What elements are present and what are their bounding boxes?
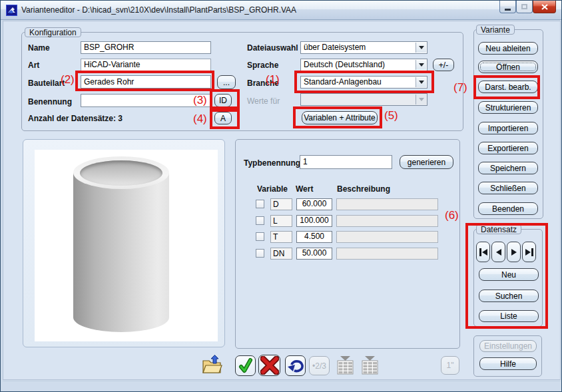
- apply-check-icon: [238, 358, 254, 374]
- inch-label: 1": [447, 361, 454, 370]
- annotation-box-7: [473, 75, 540, 99]
- dateiauswahl-label: Dateiauswahl: [247, 43, 298, 53]
- variable-checkbox[interactable]: [256, 200, 264, 208]
- table-grid-icon: [360, 355, 380, 375]
- hilfe-button[interactable]: Hilfe: [479, 357, 537, 370]
- benennung-label: Benennung: [28, 97, 72, 106]
- bauteilart-browse-button[interactable]: ...: [217, 75, 236, 89]
- variable-wert-field[interactable]: 100.000: [296, 215, 332, 227]
- benennung-field[interactable]: [81, 94, 211, 107]
- variable-wert-field[interactable]: 60.000: [296, 198, 332, 210]
- title-bar: Varianteneditor - D:\hicad_svn\210X\dev\…: [1, 1, 561, 20]
- cylinder-body: [73, 172, 169, 332]
- annotation-label-5: (5): [384, 109, 398, 122]
- table-grid-button-1: [335, 354, 356, 375]
- variable-name: D: [270, 198, 292, 210]
- cylinder-hole: [80, 160, 162, 186]
- app-icon: [6, 5, 17, 16]
- annotation-box-5: [293, 106, 382, 128]
- undo-icon: [287, 358, 304, 374]
- window-frame-bottom: [3, 381, 561, 390]
- annotation-box-1: [294, 71, 434, 93]
- variable-checkbox[interactable]: [256, 249, 264, 258]
- art-field: HiCAD-Variante: [81, 59, 211, 71]
- variable-wert-field[interactable]: 50.000: [296, 248, 332, 260]
- minimize-icon: [505, 9, 511, 11]
- schliessen-button[interactable]: Schließen: [478, 182, 538, 194]
- werte-fuer-combo: [300, 93, 427, 106]
- name-label: Name: [28, 43, 50, 53]
- variable-checkbox[interactable]: [256, 232, 264, 241]
- variable-checkbox[interactable]: [256, 216, 264, 225]
- variable-name: DN: [270, 248, 292, 260]
- preview-panel: [23, 139, 225, 347]
- generieren-button[interactable]: generieren: [400, 155, 453, 169]
- table-grid-icon: [336, 355, 355, 375]
- dropdown-arrow-icon[interactable]: [416, 43, 426, 53]
- importieren-button[interactable]: Importieren: [478, 122, 538, 134]
- sprache-combo[interactable]: Deutsch (Deutschland): [300, 59, 427, 71]
- apply-button[interactable]: [235, 355, 256, 376]
- speichern-button[interactable]: Speichern: [478, 162, 538, 174]
- preview-image: [35, 150, 218, 341]
- name-field[interactable]: BSP_GROHR: [81, 41, 211, 54]
- anzahl-datensaetze-text: Anzahl der Datensätze: 3: [28, 114, 123, 123]
- art-label: Art: [28, 61, 39, 70]
- folder-open-up-button[interactable]: [200, 353, 222, 375]
- sprache-label: Sprache: [247, 61, 278, 70]
- col-header-wert: Wert: [296, 184, 313, 194]
- exportieren-button[interactable]: Exportieren: [478, 142, 538, 154]
- variant-editor-window: Varianteneditor - D:\hicad_svn\210X\dev\…: [0, 0, 562, 392]
- annotation-label-4: (4): [193, 112, 207, 126]
- annotation-label-6: (6): [445, 209, 459, 222]
- minimize-button[interactable]: [499, 1, 516, 13]
- col-header-variable: Variable: [257, 184, 288, 194]
- pages-button: •2/3: [309, 356, 330, 375]
- konfiguration-group-label: Konfiguration: [25, 27, 81, 37]
- table-grid-button-2: [360, 354, 380, 375]
- undo-button[interactable]: [285, 355, 306, 376]
- sprache-value: Deutsch (Deutschland): [304, 60, 385, 70]
- dateiauswahl-value: über Dateisystem: [304, 43, 366, 53]
- variable-beschreibung-field: [336, 215, 438, 227]
- close-button[interactable]: [533, 1, 556, 13]
- typbenennung-label: Typbenennung: [244, 158, 300, 168]
- annotation-box-4: [210, 109, 240, 129]
- variable-beschreibung-field: [336, 231, 438, 243]
- strukturieren-button[interactable]: Strukturieren: [478, 101, 538, 114]
- variable-name: L: [270, 215, 292, 227]
- variable-beschreibung-field: [336, 248, 438, 260]
- typbenennung-field[interactable]: 1: [300, 155, 392, 169]
- oeffnen-button[interactable]: Öffnen: [478, 61, 538, 73]
- col-header-beschreibung: Beschreibung: [337, 184, 390, 194]
- plus-minus-button[interactable]: +/-: [433, 59, 454, 71]
- dropdown-arrow-icon[interactable]: [416, 60, 426, 70]
- close-icon: [541, 4, 548, 10]
- einstellungen-button: Einstellungen: [479, 340, 537, 352]
- neu-ableiten-button[interactable]: Neu ableiten: [478, 42, 538, 55]
- bauteilart-label: Bauteilart: [28, 79, 65, 88]
- variable-beschreibung-field: [336, 198, 438, 210]
- variable-wert-field[interactable]: 4.500: [296, 231, 332, 243]
- beenden-button[interactable]: Beenden: [478, 202, 538, 215]
- variable-name: T: [270, 231, 292, 243]
- cancel-x-icon: [260, 356, 279, 375]
- inch-button: 1": [441, 356, 459, 375]
- maximize-button: [516, 1, 533, 13]
- variante-group-label: Variante: [476, 25, 515, 35]
- dateiauswahl-combo[interactable]: über Dateisystem: [300, 41, 427, 54]
- annotation-box-3: [210, 89, 240, 109]
- annotation-label-2: (2): [61, 73, 75, 87]
- werte-fuer-label: Werte für: [247, 97, 280, 106]
- window-title: Varianteneditor - D:\hicad_svn\210X\dev\…: [21, 1, 296, 20]
- cancel-button[interactable]: [258, 355, 280, 376]
- annotation-box-6: [465, 223, 548, 329]
- annotation-box-2: [75, 71, 214, 91]
- maximize-icon: [521, 4, 527, 9]
- typ-group: [235, 139, 460, 349]
- pages-icon: •2/3: [312, 361, 326, 371]
- annotation-label-7: (7): [453, 81, 467, 95]
- annotation-label-3: (3): [193, 94, 207, 107]
- dropdown-arrow-icon: [416, 95, 426, 104]
- folder-open-up-icon: [201, 354, 222, 375]
